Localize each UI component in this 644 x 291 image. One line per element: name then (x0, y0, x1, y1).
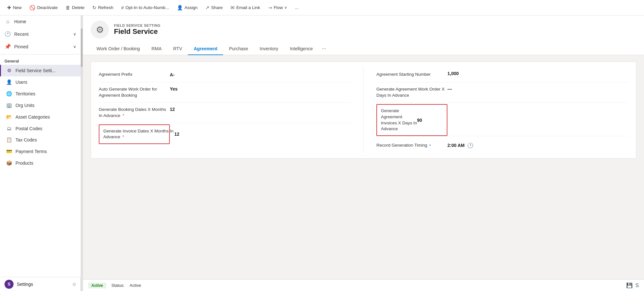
generate-invoices-days-label: Generate Agreement Invoices X Days In Ad… (381, 108, 417, 132)
sidebar-item-asset-categories[interactable]: 📂 Asset Categories (0, 111, 81, 123)
payment-terms-icon: 💳 (6, 149, 12, 154)
auto-generate-label: Auto Generate Work Order for Agreement B… (99, 86, 170, 99)
tab-rtv[interactable]: RTV (167, 43, 188, 55)
sidebar-item-users[interactable]: 👤 Users (0, 76, 81, 88)
tax-codes-icon: 📋 (6, 137, 12, 143)
settings-icon: ⚙ (6, 68, 12, 73)
sidebar-item-payment-terms[interactable]: 💳 Payment Terms (0, 146, 81, 157)
header-gear-icon: ⚙ (91, 21, 109, 39)
generate-booking-value: 12 (170, 107, 350, 112)
asset-categories-icon: 📂 (6, 114, 12, 120)
generate-invoices-days-value: 90 (417, 118, 443, 123)
refresh-button[interactable]: ↻ Refresh (89, 3, 117, 13)
generate-invoice-label: Generate Invoice Dates X Months In Advan… (103, 128, 174, 141)
email-link-button[interactable]: ✉ Email a Link (227, 3, 263, 13)
save-icon[interactable]: 💾 (626, 282, 633, 288)
users-icon: 👤 (6, 79, 12, 85)
generate-booking-required: * (123, 113, 124, 118)
header-subtitle: FIELD SERVICE SETTING (114, 24, 160, 27)
home-icon: ⌂ (5, 19, 11, 24)
record-generation-timing-label: Record Generation Timing • (376, 142, 447, 149)
tab-rma[interactable]: RMA (146, 43, 167, 55)
form-left-section: Agreement Prefix A- Auto Generate Work O… (99, 67, 363, 153)
sidebar-item-territories[interactable]: 🌐 Territories (0, 88, 81, 100)
timing-info-dot: • (429, 143, 431, 148)
sidebar-item-recent[interactable]: 🕐 Recent ∨ (0, 28, 81, 40)
main-content: Agreement Prefix A- Auto Generate Work O… (83, 55, 644, 279)
territories-icon: 🌐 (6, 91, 12, 97)
tab-work-order[interactable]: Work Order / Booking (91, 43, 146, 55)
content-area: ⚙ FIELD SERVICE SETTING Field Service Wo… (83, 15, 644, 291)
sidebar-item-home[interactable]: ⌂ Home (0, 15, 81, 28)
tab-inventory[interactable]: Inventory (254, 43, 284, 55)
settings-label[interactable]: Settings (17, 282, 33, 287)
tab-nav: Work Order / Booking RMA RTV Agreement P… (91, 43, 636, 55)
flow-button[interactable]: ⇢ Flow ∨ (265, 3, 291, 13)
sidebar-divider (0, 54, 81, 54)
deactivate-icon: 🚫 (29, 5, 36, 11)
page-header: ⚙ FIELD SERVICE SETTING Field Service Wo… (83, 15, 644, 55)
trash-icon: 🗑 (66, 5, 70, 10)
org-units-icon: 🏢 (6, 102, 12, 108)
sidebar-item-tax-codes[interactable]: 📋 Tax Codes (0, 134, 81, 146)
status-value: Active (130, 283, 141, 288)
generate-booking-field: Generate Booking Dates X Months In Advan… (99, 103, 350, 123)
settings-avatar: S (5, 280, 14, 289)
share-button[interactable]: ↗ Share (202, 3, 226, 13)
status-label: Status: (111, 283, 124, 288)
sidebar-item-postal-codes[interactable]: 🗂 Postal Codes (0, 123, 81, 134)
generate-invoice-value: 12 (174, 131, 179, 137)
sidebar-item-field-service-settings[interactable]: ⚙ Field Service Setti... (0, 65, 81, 76)
form-right-section: Agreement Starting Number 1,000 Generate… (363, 67, 628, 153)
agreement-prefix-label: Agreement Prefix (99, 72, 170, 78)
postal-codes-icon: 🗂 (6, 126, 12, 131)
record-generation-timing-field: Record Generation Timing • 2:00 AM 🕐 (376, 138, 628, 153)
page-title: Field Service (114, 27, 160, 36)
agreement-prefix-value: A- (170, 72, 350, 77)
generate-work-order-days-label: Generate Agreement Work Order X Days In … (376, 86, 447, 99)
share-icon: ↗ (205, 5, 210, 11)
more-button[interactable]: ... (291, 3, 302, 12)
tab-agreement[interactable]: Agreement (188, 43, 223, 55)
recent-icon: 🕐 (5, 31, 11, 37)
email-icon: ✉ (230, 5, 235, 11)
generate-invoice-required: * (122, 134, 124, 139)
status-bar-right: 💾 S (626, 282, 639, 288)
form-grid: Agreement Prefix A- Auto Generate Work O… (99, 67, 628, 153)
sidebar-scrollbar[interactable] (81, 15, 83, 291)
opt-in-button[interactable]: # Opt-In to Auto-Numb... (118, 3, 172, 12)
assign-button[interactable]: 👤 Assign (174, 3, 201, 13)
timing-field-row: 2:00 AM 🕐 (447, 142, 628, 149)
pin-icon: 📌 (5, 44, 11, 50)
clock-icon[interactable]: 🕐 (467, 142, 474, 149)
tab-more-button[interactable]: ··· (319, 43, 329, 55)
tab-purchase[interactable]: Purchase (223, 43, 254, 55)
pinned-chevron-icon: ∨ (73, 44, 76, 49)
assign-icon: 👤 (177, 5, 183, 11)
sidebar: ⌂ Home 🕐 Recent ∨ 📌 Pinned ∨ General ⚙ F… (0, 15, 81, 291)
tab-intelligence[interactable]: Intelligence (284, 43, 319, 55)
sidebar-scrollbar-thumb (81, 28, 83, 67)
new-button[interactable]: ✚ New (4, 3, 25, 13)
flow-chevron-icon: ∨ (284, 5, 287, 10)
status-bar: Active Status: Active 💾 S (83, 279, 644, 291)
generate-work-order-days-field: Generate Agreement Work Order X Days In … (376, 82, 628, 103)
deactivate-button[interactable]: 🚫 Deactivate (26, 3, 61, 13)
toolbar: ✚ New 🚫 Deactivate 🗑 Delete ↻ Refresh # … (0, 0, 644, 15)
products-icon: 📦 (6, 160, 12, 166)
sidebar-item-pinned[interactable]: 📌 Pinned ∨ (0, 40, 81, 53)
refresh-icon: ↻ (92, 5, 97, 11)
agreement-starting-number-value: 1,000 (447, 71, 628, 76)
sidebar-item-products[interactable]: 📦 Products (0, 157, 81, 169)
auto-generate-field: Auto Generate Work Order for Agreement B… (99, 82, 350, 103)
generate-invoice-field: Generate Invoice Dates X Months In Advan… (99, 124, 350, 144)
plus-icon: ✚ (7, 5, 11, 11)
delete-button[interactable]: 🗑 Delete (62, 3, 88, 12)
generate-work-order-days-value: --- (447, 86, 628, 92)
form-card: Agreement Prefix A- Auto Generate Work O… (91, 62, 636, 159)
expand-icon[interactable]: S (635, 283, 639, 288)
generate-invoices-days-field: Generate Agreement Invoices X Days In Ad… (376, 104, 628, 137)
sidebar-item-org-units[interactable]: 🏢 Org Units (0, 100, 81, 111)
settings-chevron-icon[interactable]: ◇ (73, 282, 76, 286)
main-layout: ⌂ Home 🕐 Recent ∨ 📌 Pinned ∨ General ⚙ F… (0, 15, 644, 291)
